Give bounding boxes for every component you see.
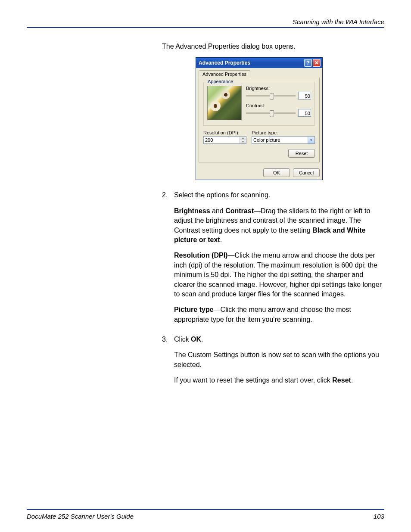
step-2-resolution: Resolution (DPI)—Click the menu arrow an… bbox=[174, 251, 384, 299]
reset-row: Reset bbox=[203, 149, 315, 158]
spin-up-icon[interactable]: ▲ bbox=[240, 137, 246, 140]
spin-down-icon[interactable]: ▼ bbox=[240, 140, 246, 143]
step-3-p2: If you want to reset the settings and st… bbox=[174, 376, 384, 385]
step-3: 3. Click OK. The Custom Settings button … bbox=[162, 335, 384, 392]
step-2: 2. Select the options for scanning. Brig… bbox=[162, 190, 384, 330]
contrast-value[interactable]: 50 bbox=[298, 109, 311, 117]
step-3-lead: Click OK. bbox=[174, 335, 384, 344]
brightness-label: Brightness: bbox=[246, 86, 311, 91]
brightness-group: Brightness: 50 bbox=[246, 86, 311, 100]
appearance-fieldset: Appearance Brightness: bbox=[203, 82, 315, 126]
cancel-button[interactable]: Cancel bbox=[293, 168, 320, 177]
preview-image bbox=[207, 86, 242, 120]
resolution-value[interactable]: 200 bbox=[204, 137, 240, 143]
dialog-titlebar: Advanced Properties ? ✕ bbox=[196, 58, 322, 68]
contrast-slider[interactable] bbox=[246, 112, 296, 114]
brightness-slider[interactable] bbox=[246, 95, 296, 96]
contrast-label: Contrast: bbox=[246, 103, 311, 108]
intro-paragraph: The Advanced Properties dialog box opens… bbox=[162, 42, 384, 51]
advanced-properties-dialog: Advanced Properties ? ✕ Advanced Propert… bbox=[196, 57, 323, 180]
dialog-screenshot: Advanced Properties ? ✕ Advanced Propert… bbox=[196, 57, 384, 180]
ok-button[interactable]: OK bbox=[263, 168, 290, 177]
picture-type-value: Color picture bbox=[252, 137, 308, 143]
tab-strip: Advanced Properties bbox=[199, 70, 320, 78]
resolution-spinner[interactable]: 200 ▲ ▼ bbox=[203, 136, 246, 144]
dialog-body: Advanced Properties Appearance bbox=[196, 68, 322, 165]
step-2-brightness-contrast: Brightness and Contrast—Drag the sliders… bbox=[174, 206, 384, 245]
fieldset-legend: Appearance bbox=[206, 79, 234, 84]
body-content: The Advanced Properties dialog box opens… bbox=[162, 42, 384, 392]
page-footer: DocuMate 252 Scanner User's Guide 103 bbox=[27, 509, 384, 520]
tab-advanced-properties[interactable]: Advanced Properties bbox=[199, 70, 250, 78]
close-icon[interactable]: ✕ bbox=[313, 59, 321, 67]
step-number: 2. bbox=[162, 190, 174, 330]
manual-page: Scanning with the WIA Interface The Adva… bbox=[0, 0, 411, 532]
resolution-label: Resolution (DPI): bbox=[203, 130, 246, 135]
section-title: Scanning with the WIA Interface bbox=[293, 18, 384, 25]
chevron-down-icon[interactable]: ▾ bbox=[308, 137, 314, 143]
step-3-p1: The Custom Settings button is now set to… bbox=[174, 350, 384, 370]
titlebar-buttons: ? ✕ bbox=[304, 59, 321, 67]
footer-guide-name: DocuMate 252 Scanner User's Guide bbox=[27, 513, 134, 520]
reset-button[interactable]: Reset bbox=[288, 149, 315, 158]
footer-page-number: 103 bbox=[374, 513, 384, 520]
page-header: Scanning with the WIA Interface bbox=[27, 18, 384, 28]
brightness-value[interactable]: 50 bbox=[298, 92, 311, 100]
step-2-picture-type: Picture type—Click the menu arrow and ch… bbox=[174, 305, 384, 324]
step-number: 3. bbox=[162, 335, 174, 392]
lower-fields: Resolution (DPI): 200 ▲ ▼ bbox=[203, 130, 315, 144]
dialog-title: Advanced Properties bbox=[199, 60, 250, 66]
step-2-lead: Select the options for scanning. bbox=[174, 190, 384, 200]
help-icon[interactable]: ? bbox=[304, 59, 312, 67]
contrast-group: Contrast: 50 bbox=[246, 103, 311, 117]
picture-type-label: Picture type: bbox=[252, 130, 315, 135]
picture-type-combo[interactable]: Color picture ▾ bbox=[252, 136, 315, 144]
dialog-footer: OK Cancel bbox=[196, 165, 322, 180]
tab-panel: Appearance Brightness: bbox=[199, 78, 320, 162]
